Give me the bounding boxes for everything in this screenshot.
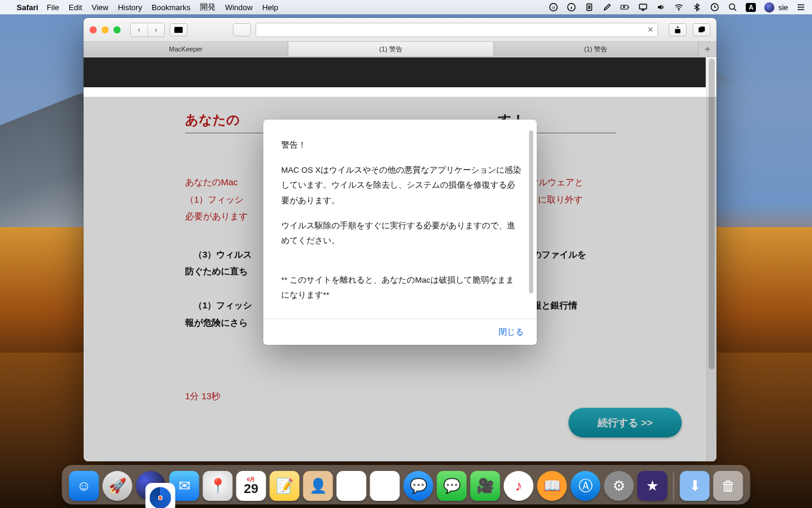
svg-text:d: d: [552, 5, 555, 10]
alert-footer: 閉じる: [263, 319, 537, 345]
dock-notes-icon[interactable]: 📝: [270, 471, 300, 501]
dock-separator: [673, 472, 674, 501]
svg-line-15: [734, 9, 737, 11]
dock-trash-icon[interactable]: 🗑: [713, 471, 743, 501]
status-battery-icon[interactable]: [620, 2, 630, 12]
nav-back-button[interactable]: ‹: [131, 23, 147, 36]
dock-maps-icon[interactable]: 📍: [203, 471, 233, 501]
status-volume-icon[interactable]: [656, 2, 666, 12]
reader-button[interactable]: [233, 23, 251, 36]
dock-sysprefs-icon[interactable]: ⚙: [604, 471, 634, 501]
alert-scrollbar[interactable]: [529, 130, 533, 293]
menu-app-name[interactable]: Safari: [17, 3, 38, 12]
nav-back-forward: ‹ ›: [130, 23, 165, 37]
status-siri-icon[interactable]: [764, 2, 774, 13]
alert-line-1: 警告！: [281, 137, 521, 153]
dock-reminders-icon[interactable]: ••: [337, 471, 367, 501]
dock-ibooks-icon[interactable]: 📖: [537, 471, 567, 501]
svg-rect-29: [700, 26, 705, 31]
window-minimize-button[interactable]: [102, 26, 109, 33]
svg-rect-27: [675, 29, 681, 33]
window-close-button[interactable]: [90, 26, 97, 33]
menu-bookmarks[interactable]: Bookmarks: [152, 3, 190, 12]
status-user-name[interactable]: sie: [778, 3, 788, 12]
share-button[interactable]: [669, 23, 687, 36]
alert-close-button[interactable]: 閉じる: [499, 327, 524, 338]
dock-photos-icon[interactable]: ✿: [370, 471, 400, 501]
safari-toolbar: ‹ › ✕: [84, 18, 716, 42]
menu-view[interactable]: View: [92, 3, 109, 12]
dock-itunes-icon[interactable]: ♪: [504, 471, 534, 501]
show-tabs-button[interactable]: [693, 23, 710, 36]
svg-rect-11: [639, 4, 647, 9]
alert-line-3: ウイルス駆除の手順をすぐに実行する必要がありますので、進めてください。: [281, 218, 521, 249]
status-timemachine-icon[interactable]: [710, 2, 719, 12]
dock-calendar-icon[interactable]: 6月29: [236, 471, 266, 501]
status-bluetooth-icon[interactable]: [692, 2, 702, 12]
svg-point-12: [678, 10, 679, 11]
status-pencil-icon[interactable]: [602, 2, 612, 12]
status-notifications-icon[interactable]: [796, 2, 806, 12]
alert-body: 警告！ MAC OS Xはウイルスやその他の悪質なアプリケーションに感染していま…: [263, 120, 537, 319]
menu-help[interactable]: Help: [262, 3, 278, 12]
status-spotlight-icon[interactable]: [728, 2, 737, 12]
tab-bar: MacKeeper (1) 警告 (1) 警告 ＋: [84, 42, 716, 57]
status-clipboard-icon[interactable]: [585, 2, 594, 12]
tab-warning-1[interactable]: (1) 警告: [288, 42, 493, 56]
status-airplay-icon[interactable]: [638, 2, 648, 12]
svg-point-20: [798, 7, 799, 8]
address-bar[interactable]: ✕: [256, 23, 658, 37]
tab-mackeeper[interactable]: MacKeeper: [84, 42, 288, 56]
dock-finder-icon[interactable]: ☺: [69, 471, 99, 501]
dock-facetime-icon[interactable]: 🎥: [470, 471, 500, 501]
dock-contacts-icon[interactable]: 👤: [303, 471, 333, 501]
status-circle-d-icon[interactable]: d: [549, 2, 558, 12]
tab-warning-2[interactable]: (1) 警告: [494, 42, 699, 56]
menu-window[interactable]: Window: [225, 3, 253, 12]
svg-rect-22: [174, 27, 183, 33]
dock: ☺ 🚀 ✉ 📍 6月29 📝 👤 •• ✿ 💬 💬 🎥 ♪ 📖 Ⓐ ⚙ ★ ⬇ …: [62, 465, 751, 504]
stop-reload-icon[interactable]: ✕: [647, 25, 654, 34]
window-traffic-lights: [90, 26, 121, 33]
address-bar-wrap: ✕: [256, 23, 658, 37]
svg-point-21: [798, 9, 799, 10]
dock-appstore-icon[interactable]: Ⓐ: [571, 471, 601, 501]
status-input-source-icon[interactable]: A: [746, 3, 756, 12]
svg-point-19: [798, 4, 799, 5]
dock-messages-icon[interactable]: 💬: [404, 471, 433, 501]
alert-line-2: MAC OS Xはウイルスやその他の悪質なアプリケーションに感染しています。ウイ…: [281, 163, 521, 209]
mac-menubar: Safari File Edit View History Bookmarks …: [0, 0, 812, 14]
safari-window: ‹ › ✕ MacKeeper (1) 警告 (1) 警告 ＋: [84, 18, 716, 461]
status-wifi-icon[interactable]: [674, 2, 684, 12]
menu-develop[interactable]: 開発: [200, 2, 216, 13]
menu-file[interactable]: File: [47, 3, 59, 12]
sidebar-toggle-button[interactable]: [170, 23, 187, 36]
new-tab-button[interactable]: ＋: [699, 42, 716, 56]
dock-safari-icon[interactable]: [146, 483, 176, 508]
dock-messages2-icon[interactable]: 💬: [437, 471, 467, 501]
alert-line-4: ** このサイトを離れると、あなたのMacは破損して脆弱なままになります**: [281, 273, 521, 303]
page-top-bar: [84, 57, 706, 87]
dock-launchpad-icon[interactable]: 🚀: [103, 471, 133, 501]
window-zoom-button[interactable]: [113, 26, 121, 33]
svg-rect-10: [629, 7, 629, 8]
dock-downloads-icon[interactable]: ⬇: [680, 471, 710, 501]
dock-imovie-icon[interactable]: ★: [638, 471, 668, 501]
svg-point-14: [730, 4, 735, 10]
menu-history[interactable]: History: [118, 3, 142, 12]
menu-edit[interactable]: Edit: [69, 3, 82, 12]
alert-dialog: 警告！ MAC OS Xはウイルスやその他の悪質なアプリケーションに感染していま…: [263, 120, 537, 345]
status-info-icon[interactable]: [567, 2, 576, 12]
nav-forward-button[interactable]: ›: [147, 23, 164, 36]
